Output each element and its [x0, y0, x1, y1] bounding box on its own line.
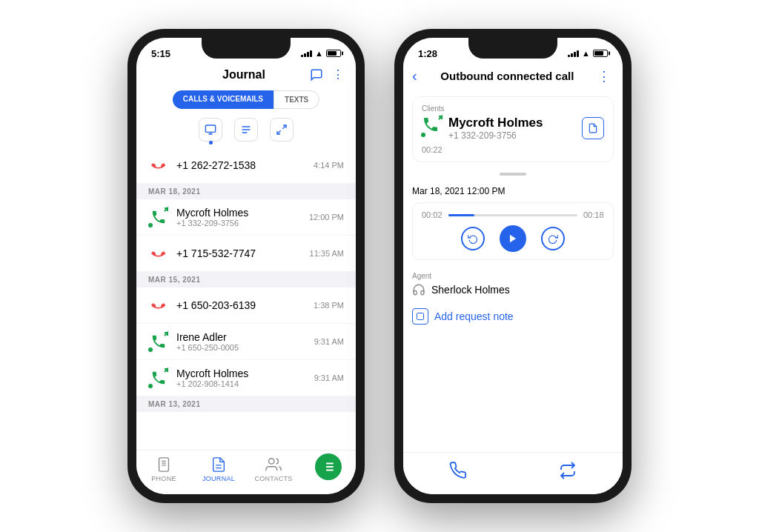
detail-bottom-nav [403, 452, 623, 494]
call-info-mycroft-1: Mycroft Holmes +1 332-209-3756 [176, 207, 309, 227]
client-details: Mycroft Holmes +1 332-209-3756 [448, 116, 543, 141]
signal-icon-right [568, 50, 579, 57]
journal-header: Journal ⋮ [136, 64, 356, 87]
call-name-mycroft-2: Mycroft Holmes [176, 368, 314, 379]
call-date: Mar 18, 2021 12:00 PM [403, 180, 623, 199]
client-info-left: Mycroft Holmes +1 332-209-3756 [422, 116, 543, 141]
svg-line-7 [277, 130, 281, 134]
detail-nav-call-icon[interactable] [449, 462, 467, 479]
forward-button[interactable] [541, 227, 565, 250]
call-time-mycroft-1: 12:00 PM [309, 213, 344, 222]
tab-calls-voicemails[interactable]: CALLS & VOICEMAILS [173, 90, 274, 109]
call-name-mycroft-1: Mycroft Holmes [176, 207, 309, 219]
client-phone: +1 332-209-3756 [448, 130, 543, 141]
nav-journal-label: JOURNAL [202, 475, 235, 482]
missed-call-icon-1 [148, 155, 169, 176]
add-note-row[interactable]: Add request note [403, 302, 623, 330]
svg-rect-14 [159, 458, 169, 471]
wifi-icon-right: ▲ [582, 49, 590, 58]
filter-expand-icon[interactable] [270, 118, 294, 142]
call-sub-mycroft-2: +1 202-908-1414 [176, 379, 314, 388]
fab-button[interactable] [315, 453, 342, 480]
svg-line-6 [282, 125, 286, 129]
journal-header-icons: ⋮ [310, 67, 344, 82]
play-button[interactable] [500, 225, 526, 252]
section-mar18: MAR 18, 2021 [136, 184, 356, 199]
call-item-today-missed[interactable]: +1 262-272-1538 4:14 PM [136, 147, 356, 184]
call-list: +1 262-272-1538 4:14 PM MAR 18, 2021 [136, 147, 356, 450]
detail-title: Outbound connected call [423, 70, 591, 82]
audio-fill [448, 214, 474, 216]
agent-section: Agent Sherlock Holmes [403, 266, 623, 302]
nav-phone[interactable]: PHONE [136, 456, 191, 482]
note-icon[interactable] [582, 117, 604, 139]
detail-nav-transfer-icon[interactable] [559, 462, 577, 479]
bottom-nav-left: PHONE JOURNAL [136, 450, 356, 494]
svg-marker-29 [510, 235, 516, 243]
call-info-650: +1 650-203-6139 [176, 299, 314, 311]
audio-time-row: 00:02 00:18 [422, 210, 604, 219]
notch-left [202, 38, 291, 59]
tab-bar: CALLS & VOICEMAILS TEXTS [148, 90, 344, 109]
call-info-irene: Irene Adler +1 650-250-0005 [176, 331, 314, 352]
outbound-call-icon-irene [148, 331, 169, 352]
section-mar15: MAR 15, 2021 [136, 272, 356, 287]
client-card: Clients [412, 96, 614, 162]
nav-contacts-label: CONTACTS [254, 475, 292, 482]
add-note-icon [412, 308, 428, 325]
agent-name: Sherlock Holmes [431, 284, 510, 296]
compose-icon[interactable] [310, 68, 323, 82]
audio-player: 00:02 00:18 [412, 202, 614, 260]
call-sub-mycroft-1: +1 332-209-3756 [176, 219, 309, 227]
drag-handle [500, 173, 526, 176]
scene: 5:15 ▲ Jo [0, 0, 759, 532]
audio-end: 00:18 [583, 210, 604, 219]
call-duration: 00:22 [422, 145, 604, 154]
call-item-650[interactable]: +1 650-203-6139 1:38 PM [136, 287, 356, 324]
more-icon-left[interactable]: ⋮ [332, 67, 344, 82]
call-time-650: 1:38 PM [314, 301, 344, 310]
svg-point-28 [421, 133, 425, 137]
audio-progress-bar[interactable] [448, 214, 577, 216]
wifi-icon: ▲ [315, 49, 323, 58]
call-time-mycroft-2: 9:31 AM [314, 373, 344, 382]
missed-call-icon-715 [148, 243, 169, 264]
agent-label: Agent [412, 272, 614, 280]
call-item-irene[interactable]: Irene Adler +1 650-250-0005 9:31 AM [136, 324, 356, 360]
svg-point-9 [148, 223, 153, 227]
rewind-button[interactable] [461, 227, 485, 250]
more-icon-right[interactable]: ⋮ [597, 68, 611, 84]
filter-list-icon[interactable] [234, 118, 258, 142]
nav-journal[interactable]: JOURNAL [191, 456, 246, 482]
status-icons-left: ▲ [301, 49, 341, 58]
call-item-mycroft-1[interactable]: Mycroft Holmes +1 332-209-3756 12:00 PM [136, 199, 356, 236]
headset-icon [412, 283, 425, 296]
call-name-715: +1 715-532-7747 [176, 247, 310, 259]
add-note-text: Add request note [434, 310, 514, 322]
svg-point-20 [269, 459, 274, 464]
call-item-715[interactable]: +1 715-532-7747 11:35 AM [136, 236, 356, 272]
nav-fab[interactable] [301, 456, 356, 482]
client-row: Mycroft Holmes +1 332-209-3756 [422, 116, 604, 141]
svg-point-11 [148, 348, 153, 352]
call-name-irene: Irene Adler [176, 331, 314, 343]
nav-phone-label: PHONE [151, 475, 176, 482]
call-time-irene: 9:31 AM [314, 337, 344, 346]
agent-row: Sherlock Holmes [412, 283, 614, 296]
call-item-mycroft-2[interactable]: Mycroft Holmes +1 202-908-1414 9:31 AM [136, 360, 356, 396]
back-button[interactable]: ‹ [412, 67, 417, 84]
client-outbound-icon [422, 116, 443, 136]
filter-all-icon[interactable] [199, 118, 222, 142]
journal-screen: Journal ⋮ CALLS & VOICEMAILS TEXTS [136, 64, 356, 494]
nav-contacts[interactable]: CONTACTS [246, 456, 301, 482]
battery-icon [326, 50, 341, 57]
right-phone-screen: 1:28 ▲ ‹ [403, 38, 623, 494]
missed-call-icon-650 [148, 295, 169, 316]
journal-title: Journal [222, 68, 265, 82]
audio-controls [422, 225, 604, 252]
svg-point-13 [148, 384, 153, 388]
tab-texts[interactable]: TEXTS [274, 90, 319, 109]
left-phone-screen: 5:15 ▲ Jo [136, 38, 356, 494]
signal-icon [301, 50, 312, 57]
audio-start: 00:02 [422, 210, 443, 219]
